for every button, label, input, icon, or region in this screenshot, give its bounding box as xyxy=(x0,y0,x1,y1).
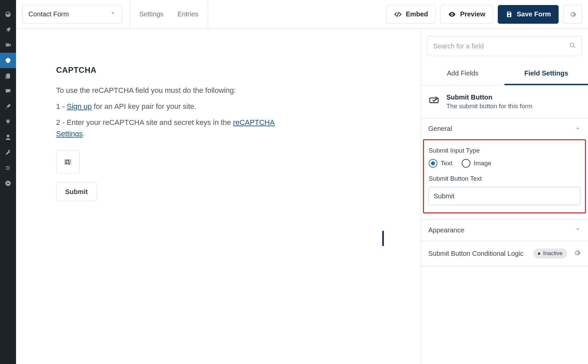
submit-field-icon xyxy=(428,94,440,106)
captcha-step-2: 2 - Enter your reCAPTCHA site and secret… xyxy=(56,117,297,140)
captcha-intro: To use the reCAPTCHA field you must do t… xyxy=(56,85,297,96)
radio-selected-icon xyxy=(429,159,437,168)
field-title: Submit Button xyxy=(446,94,533,101)
form-canvas: CAPTCHA To use the reCAPTCHA field you m… xyxy=(16,29,421,364)
brush-icon[interactable] xyxy=(0,99,16,114)
submit-button-text-input[interactable] xyxy=(429,187,580,205)
form-selector[interactable]: Contact Form xyxy=(22,5,122,24)
forms-icon[interactable] xyxy=(0,53,16,68)
insertion-caret xyxy=(382,231,384,246)
submit-button-preview[interactable]: Submit xyxy=(56,182,97,201)
dashboard-icon[interactable] xyxy=(0,7,16,22)
users-icon[interactable] xyxy=(0,130,16,145)
search-icon xyxy=(569,42,576,50)
save-label: Save Form xyxy=(517,10,551,18)
field-desc: The submit button for this form xyxy=(446,103,533,110)
preview-button[interactable]: Preview xyxy=(440,5,493,24)
tab-add-fields[interactable]: Add Fields xyxy=(421,63,504,85)
field-header: Submit Button The submit button for this… xyxy=(421,85,588,118)
form-selector-label: Contact Form xyxy=(28,10,69,18)
sidebar-panel: Add Fields Field Settings Submit Button … xyxy=(421,29,588,364)
submit-type-radios: Text Image xyxy=(429,159,580,168)
gear-icon[interactable] xyxy=(573,249,581,258)
embed-button[interactable]: Embed xyxy=(387,5,436,24)
submit-button-text-label: Submit Button Text xyxy=(429,175,580,182)
svg-point-0 xyxy=(570,43,574,47)
status-pill: Inactive xyxy=(533,248,567,258)
radio-unselected-icon xyxy=(462,159,470,168)
section-conditional-logic[interactable]: Submit Button Conditional Logic Inactive xyxy=(421,241,588,266)
section-appearance-head[interactable]: Appearance xyxy=(421,220,588,241)
field-settings-toggle[interactable] xyxy=(56,150,80,174)
section-general-head[interactable]: General xyxy=(421,118,588,139)
play-icon[interactable] xyxy=(0,176,16,191)
tab-entries[interactable]: Entries xyxy=(175,10,200,18)
gear-icon xyxy=(569,11,576,18)
cond-logic-label: Submit Button Conditional Logic xyxy=(428,250,524,257)
chevron-down-icon xyxy=(110,10,116,18)
settings-icon[interactable] xyxy=(0,160,16,176)
radio-text[interactable]: Text xyxy=(429,159,452,168)
tools-icon[interactable] xyxy=(0,145,16,160)
submit-input-type-label: Submit Input Type xyxy=(429,147,580,154)
plugins-icon[interactable] xyxy=(0,114,16,130)
save-form-button[interactable]: Save Form xyxy=(498,5,559,24)
form-settings-button[interactable] xyxy=(563,5,582,24)
eye-icon xyxy=(448,10,456,18)
embed-label: Embed xyxy=(406,10,428,18)
highlighted-settings: Submit Input Type Text Image Submit Butt… xyxy=(423,139,586,213)
chevron-down-icon xyxy=(575,226,581,234)
tab-settings[interactable]: Settings xyxy=(137,10,165,18)
wp-admin-sidebar xyxy=(0,0,16,364)
comments-icon[interactable] xyxy=(0,83,16,99)
radio-text-label: Text xyxy=(441,160,452,167)
field-search[interactable] xyxy=(427,36,582,56)
radio-image-label: Image xyxy=(474,160,491,167)
code-icon xyxy=(394,11,402,18)
section-appearance-label: Appearance xyxy=(428,226,464,234)
divider xyxy=(130,0,130,29)
search-input[interactable] xyxy=(433,42,569,50)
pin-icon[interactable] xyxy=(0,22,16,37)
media-icon[interactable] xyxy=(0,37,16,53)
panel-tabs: Add Fields Field Settings xyxy=(421,63,588,85)
section-general-label: General xyxy=(428,125,452,133)
form-toolbar: Contact Form Settings Entries Embed Prev… xyxy=(16,0,588,29)
radio-image[interactable]: Image xyxy=(462,159,491,168)
captcha-heading: CAPTCHA xyxy=(56,65,297,75)
preview-label: Preview xyxy=(460,10,485,18)
signup-link[interactable]: Sign up xyxy=(67,102,92,111)
save-icon xyxy=(505,11,513,18)
divider xyxy=(208,0,208,29)
section-appearance: Appearance xyxy=(421,220,588,241)
tab-field-settings[interactable]: Field Settings xyxy=(504,63,588,85)
pages-icon[interactable] xyxy=(0,68,16,83)
captcha-step-1: 1 - Sign up for an API key pair for your… xyxy=(56,101,297,112)
chevron-up-icon xyxy=(575,125,581,133)
section-general: General Submit Input Type Text Image xyxy=(421,118,588,220)
dot-icon xyxy=(538,252,540,255)
sliders-icon xyxy=(63,158,72,166)
